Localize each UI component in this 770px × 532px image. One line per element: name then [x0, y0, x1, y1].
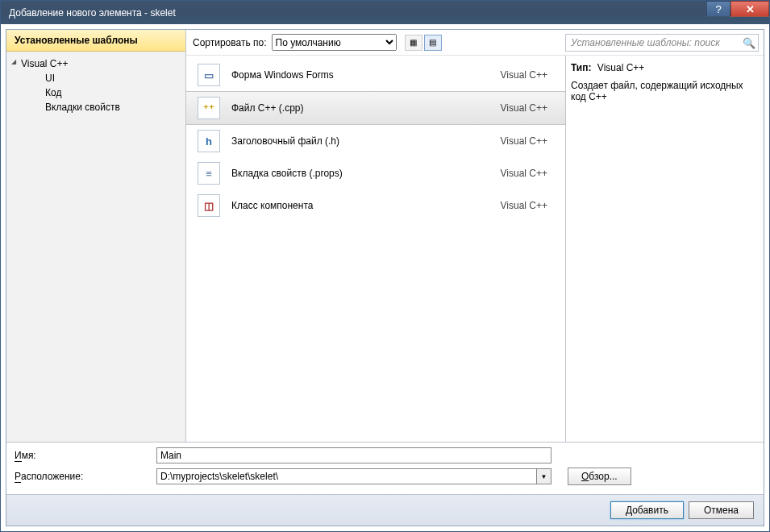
view-mode-buttons: ▦ ▤ — [405, 35, 442, 51]
search-input[interactable] — [566, 37, 740, 48]
file-cpp-icon: ⁺⁺ — [198, 97, 220, 119]
file-props-icon: ≡ — [198, 162, 220, 185]
cancel-button[interactable]: Отмена — [689, 501, 754, 519]
main-area: Сортировать по: По умолчанию ▦ ▤ 🔍 — [186, 30, 764, 442]
sort-select[interactable]: По умолчанию — [272, 34, 397, 51]
template-item[interactable]: ≡ Вкладка свойств (.props) Visual C++ — [186, 157, 565, 189]
details-description: Создает файл, содержащий исходных код C+… — [571, 80, 759, 102]
search-box: 🔍 — [565, 34, 759, 52]
sort-select-wrap: По умолчанию — [272, 34, 397, 51]
details-type-label: Тип: — [571, 62, 592, 73]
template-item[interactable]: ⁺⁺ Файл C++ (.cpp) Visual C++ — [186, 91, 565, 125]
template-item[interactable]: ▭ Форма Windows Forms Visual C++ — [186, 59, 565, 91]
template-name: Класс компонента — [231, 200, 489, 211]
sidebar-header: Установленные шаблоны — [6, 30, 185, 52]
name-input[interactable] — [156, 447, 551, 463]
file-form-icon: ▭ — [198, 64, 220, 86]
dialog-window: Добавление нового элемента - skelet ? ✕ … — [0, 0, 770, 532]
template-lang: Visual C++ — [501, 135, 554, 147]
location-input[interactable] — [156, 468, 537, 484]
tree-child-property-tabs[interactable]: Вкладки свойств — [6, 100, 185, 114]
template-name: Форма Windows Forms — [231, 69, 489, 81]
template-list: ▭ Форма Windows Forms Visual C++ ⁺⁺ Файл… — [186, 56, 565, 442]
browse-button[interactable]: Обзор... — [568, 468, 631, 485]
view-medium-icons-button[interactable]: ▤ — [424, 35, 442, 51]
file-h-icon: h — [198, 130, 220, 152]
name-label: Имя: — [15, 450, 152, 462]
template-item[interactable]: h Заголовочный файл (.h) Visual C++ — [186, 125, 565, 157]
template-tree: Visual C++ UI Код Вкладки свойств — [6, 52, 185, 442]
view-small-icons-button[interactable]: ▦ — [405, 35, 422, 51]
tree-root-visual-cpp[interactable]: Visual C++ — [6, 56, 185, 71]
sort-label: Сортировать по: — [193, 37, 267, 48]
toolbar: Сортировать по: По умолчанию ▦ ▤ 🔍 — [186, 30, 764, 56]
window-body: Установленные шаблоны Visual C++ UI Код … — [6, 29, 764, 526]
template-item[interactable]: ◫ Класс компонента Visual C++ — [186, 189, 565, 222]
template-lang: Visual C++ — [501, 168, 554, 179]
tree-child-code[interactable]: Код — [6, 85, 185, 100]
location-row: Расположение: ▼ Обзор... — [15, 468, 755, 485]
titlebar[interactable]: Добавление нового элемента - skelet ? ✕ — [1, 1, 769, 24]
details-pane: Тип: Visual C++ Создает файл, содержащий… — [566, 56, 764, 442]
template-lang: Visual C++ — [501, 200, 554, 211]
file-component-icon: ◫ — [198, 194, 220, 217]
title-controls: ? ✕ — [706, 1, 769, 17]
form-area: Имя: Расположение: ▼ Обзор... — [6, 442, 764, 494]
details-type: Тип: Visual C++ — [571, 62, 759, 73]
template-name: Файл C++ (.cpp) — [231, 102, 489, 114]
template-name: Вкладка свойств (.props) — [231, 168, 489, 179]
name-row: Имя: — [15, 447, 755, 463]
template-list-pane: ▭ Форма Windows Forms Visual C++ ⁺⁺ Файл… — [186, 56, 566, 442]
template-lang: Visual C++ — [501, 69, 554, 81]
window-title: Добавление нового элемента - skelet — [9, 7, 176, 19]
add-button[interactable]: Добавить — [610, 501, 684, 519]
sidebar: Установленные шаблоны Visual C++ UI Код … — [6, 30, 186, 442]
details-type-value: Visual C++ — [597, 62, 644, 73]
help-button[interactable]: ? — [706, 1, 730, 17]
upper-pane: Установленные шаблоны Visual C++ UI Код … — [6, 30, 764, 442]
location-combo: ▼ — [156, 468, 551, 484]
tree-child-ui[interactable]: UI — [6, 71, 185, 85]
search-icon[interactable]: 🔍 — [740, 37, 758, 49]
location-label: Расположение: — [15, 471, 152, 483]
template-lang: Visual C++ — [501, 102, 554, 114]
template-name: Заголовочный файл (.h) — [231, 135, 489, 147]
chevron-down-icon[interactable]: ▼ — [537, 468, 551, 484]
close-button[interactable]: ✕ — [730, 1, 769, 17]
footer: Добавить Отмена — [6, 494, 764, 526]
